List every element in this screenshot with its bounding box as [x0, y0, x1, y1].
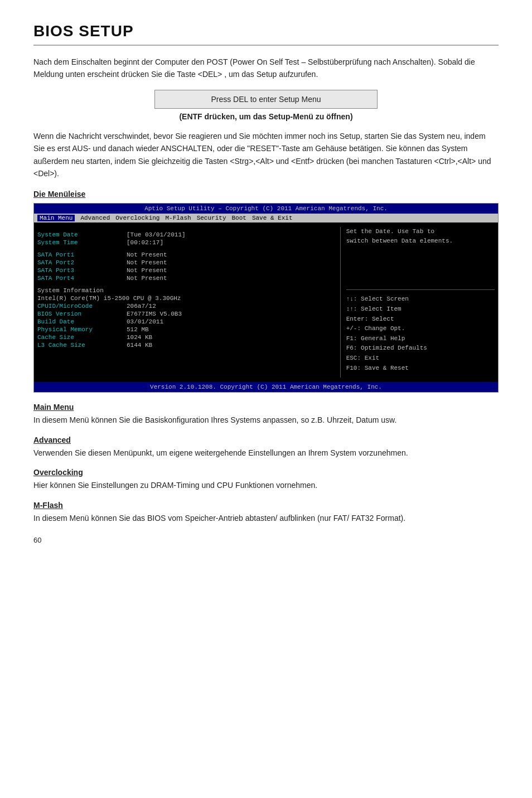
menu-section-title: Overclocking: [33, 468, 499, 477]
menu-section-title: Advanced: [33, 436, 499, 444]
bios-menu-mflash[interactable]: M-Flash: [165, 215, 191, 221]
bios-right-panel: Set the Date. Use Tab toswitch between D…: [340, 227, 495, 378]
bios-row-sata2: SATA Port2 Not Present: [37, 259, 335, 266]
page-container: BIOS SETUP Nach dem Einschalten beginnt …: [0, 0, 532, 555]
page-number: 60: [33, 536, 41, 544]
bios-menu-boot[interactable]: Boot: [231, 215, 246, 221]
bios-label-sata3: SATA Port3: [37, 267, 127, 274]
bios-value-cpu: Intel(R) Core(TM) i5-2500 CPU @ 3.30GHz: [37, 295, 181, 302]
menu-section: OverclockingHier können Sie Einstellunge…: [33, 468, 499, 491]
bios-value-sata1: Not Present: [127, 252, 167, 258]
bios-menu-bar: Main Menu Advanced Overclocking M-Flash …: [34, 214, 498, 223]
menu-section-title: Main Menu: [33, 403, 499, 412]
bios-value-l3-cache: 6144 KB: [127, 342, 152, 349]
bios-value-bios-version: E7677IMS V5.0B3: [127, 311, 182, 317]
bios-label-cpuid: CPUID/MicroCode: [37, 303, 127, 309]
bios-body: System Date [Tue 03/01/2011] System Time…: [34, 223, 498, 382]
bios-key-legend: ↑↓: Select Screen ↕↑: Select Item Enter:…: [346, 294, 495, 373]
bios-row-cache-size: Cache Size 1024 KB: [37, 334, 335, 341]
press-del-box: Press DEL to enter Setup Menu: [154, 90, 378, 109]
second-paragraph: Wenn die Nachricht verschwindet, bevor S…: [33, 130, 499, 180]
bios-left-panel: System Date [Tue 03/01/2011] System Time…: [37, 227, 340, 378]
menu-sections: Main MenuIn diesem Menü können Sie die B…: [33, 403, 499, 524]
bios-row-sata4: SATA Port4 Not Present: [37, 275, 335, 282]
bios-label-system-date: System Date: [37, 231, 127, 238]
bios-label-cache-size: Cache Size: [37, 334, 127, 341]
bios-footer: Version 2.10.1208. Copyright (C) 2011 Am…: [34, 382, 498, 392]
bios-value-system-time: [00:02:17]: [127, 239, 163, 246]
menu-section-text: In diesem Menü können Sie die Basiskonfi…: [33, 414, 499, 426]
bios-label-sata1: SATA Port1: [37, 252, 127, 258]
menu-section: M-FlashIn diesem Menü können Sie das BIO…: [33, 501, 499, 524]
bios-row-sata1: SATA Port1 Not Present: [37, 252, 335, 258]
menu-section-text: In diesem Menü können Sie das BIOS vom S…: [33, 512, 499, 524]
menu-section: AdvancedVerwenden Sie diesen Menüpunkt, …: [33, 436, 499, 459]
menu-section: Main MenuIn diesem Menü können Sie die B…: [33, 403, 499, 426]
bios-row-cpuid: CPUID/MicroCode 206a7/12: [37, 303, 335, 309]
bios-label-sata2: SATA Port2: [37, 259, 127, 266]
bios-value-cpuid: 206a7/12: [127, 303, 156, 309]
menu-section-heading: Die Menüleise: [33, 190, 499, 199]
bios-menu-main[interactable]: Main Menu: [37, 215, 75, 221]
bios-label-physical-memory: Physical Memory: [37, 326, 127, 333]
bios-row-system-date: System Date [Tue 03/01/2011]: [37, 231, 335, 238]
bios-row-sysinfo-header: System Information: [37, 287, 335, 294]
menu-section-text: Verwenden Sie diesen Menüpunkt, um eigen…: [33, 447, 499, 459]
bios-title-bar: Aptio Setup Utility – Copyright (C) 2011…: [34, 204, 498, 214]
bios-value-sata3: Not Present: [127, 267, 167, 274]
bios-row-bios-version: BIOS Version E7677IMS V5.0B3: [37, 311, 335, 317]
press-del-german: (ENTF drücken, um das Setup-Menü zu öffn…: [33, 112, 499, 121]
bios-row-system-time: System Time [00:02:17]: [37, 239, 335, 246]
bios-label-system-time: System Time: [37, 239, 127, 246]
bios-row-build-date: Build Date 03/01/2011: [37, 318, 335, 325]
page-title: BIOS SETUP: [33, 22, 499, 46]
bios-row-physical-memory: Physical Memory 512 MB: [37, 326, 335, 333]
bios-row-l3-cache: L3 Cache Size 6144 KB: [37, 342, 335, 349]
bios-label-bios-version: BIOS Version: [37, 311, 127, 317]
bios-screen: Aptio Setup Utility – Copyright (C) 2011…: [33, 203, 499, 393]
bios-label-build-date: Build Date: [37, 318, 127, 325]
bios-row-cpu: Intel(R) Core(TM) i5-2500 CPU @ 3.30GHz: [37, 295, 335, 302]
bios-value-build-date: 03/01/2011: [127, 318, 163, 325]
menu-section-text: Hier können Sie Einstellungen zu DRAM-Ti…: [33, 479, 499, 491]
bios-menu-save-exit[interactable]: Save & Exit: [252, 215, 293, 221]
bios-value-cache-size: 1024 KB: [127, 334, 152, 341]
bios-menu-security[interactable]: Security: [197, 215, 226, 221]
bios-label-sysinfo: System Information: [37, 287, 127, 294]
bios-info-text: Set the Date. Use Tab toswitch between D…: [346, 227, 495, 245]
bios-value-physical-memory: 512 MB: [127, 326, 149, 333]
bios-menu-overclocking[interactable]: Overclocking: [115, 215, 159, 221]
menu-section-title: M-Flash: [33, 501, 499, 510]
bios-value-system-date: [Tue 03/01/2011]: [127, 231, 186, 238]
bios-row-sata3: SATA Port3 Not Present: [37, 267, 335, 274]
intro-paragraph: Nach dem Einschalten beginnt der Compute…: [33, 56, 499, 81]
bios-value-sata2: Not Present: [127, 259, 167, 266]
bios-label-sata4: SATA Port4: [37, 275, 127, 282]
bios-value-sata4: Not Present: [127, 275, 167, 282]
bios-menu-advanced[interactable]: Advanced: [80, 215, 110, 221]
bios-label-l3-cache: L3 Cache Size: [37, 342, 127, 349]
